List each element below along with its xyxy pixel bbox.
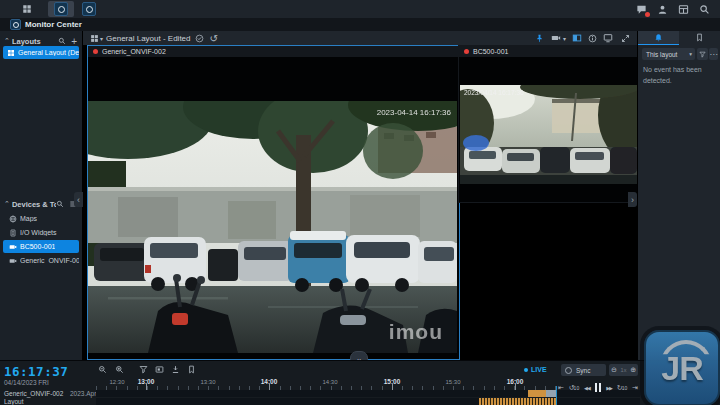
tab-notifications[interactable] <box>638 31 679 45</box>
recording-segment <box>479 398 556 405</box>
bell-icon <box>654 33 663 42</box>
forward-10s-icon[interactable]: ↻10 <box>617 384 627 392</box>
widgets-panel-icon[interactable] <box>678 4 689 15</box>
pin-icon[interactable] <box>535 34 544 43</box>
collapse-up-icon[interactable]: ⌃ <box>4 37 10 45</box>
user-icon[interactable] <box>657 4 668 15</box>
timeline-month: 2023.Apr <box>70 390 96 397</box>
devices-search-icon[interactable] <box>56 200 64 208</box>
devices-section-header[interactable]: ⌃ Devices & Tools <box>0 198 82 210</box>
zoom-in-icon[interactable] <box>115 365 124 374</box>
jr-logo-watermark: JR <box>644 330 720 405</box>
right-panel-collapse-handle[interactable]: › <box>628 192 637 207</box>
video-osd-timestamp: 2023-04-14 16:17:36 <box>377 108 452 117</box>
live-indicator[interactable]: LIVE <box>524 366 547 373</box>
video-osd-timestamp: 2023/04/14 16:17:36 <box>464 89 524 96</box>
chat-icon[interactable] <box>636 4 647 15</box>
skip-to-end-icon[interactable]: ⇥ <box>632 384 638 392</box>
video-tile-generic-onvif[interactable]: Generic_ONVIF-002 <box>87 45 460 360</box>
io-widget-icon <box>9 229 17 237</box>
zoom-out-icon[interactable] <box>98 365 107 374</box>
ellipsis-icon: ⋯ <box>710 50 718 59</box>
device-item-label: BC500-001 <box>20 243 55 250</box>
transport-controls: ⇤ ↺10 ◀◀ ▶▶ ↻10 ⇥ <box>558 383 638 392</box>
search-icon[interactable] <box>699 4 710 15</box>
speed-up-icon[interactable]: ⊕ <box>630 366 636 374</box>
chevron-down-icon[interactable]: ▾ <box>100 35 103 42</box>
recording-segment <box>528 390 546 397</box>
chevron-down-icon: ▾ <box>689 51 692 57</box>
recording-dot-icon <box>464 49 469 54</box>
playhead[interactable] <box>556 386 557 405</box>
camera-select-icon[interactable] <box>551 33 561 43</box>
bookmark-icon <box>695 33 704 42</box>
recording-dot-icon <box>93 49 98 54</box>
collapse-up-icon[interactable]: ⌃ <box>4 200 10 208</box>
camera-icon <box>9 243 17 251</box>
video-tile-bc500[interactable]: BC500-001 <box>458 45 639 203</box>
sync-radio-icon <box>565 367 572 374</box>
app-tab-monitor-center[interactable] <box>48 1 74 17</box>
layout-selector-icon[interactable] <box>90 34 99 43</box>
tile-camera-name: Generic_ONVIF-002 <box>102 48 166 55</box>
undo-icon[interactable]: ↺ <box>210 33 218 44</box>
funnel-icon <box>699 51 706 58</box>
timeline-filter-icon[interactable] <box>139 365 148 374</box>
device-item-label: Maps <box>20 215 37 222</box>
rewind-10s-icon[interactable]: ↺10 <box>569 384 579 392</box>
tick-label: 15:30 <box>445 379 460 385</box>
add-layout-icon[interactable]: + <box>71 36 77 47</box>
sync-label: Sync <box>576 367 590 374</box>
tile-header: BC500-001 <box>459 46 638 57</box>
sync-toggle[interactable]: Sync <box>561 364 606 376</box>
monitor-center-app-icon <box>54 2 68 16</box>
prev-frame-icon[interactable]: ◀◀ <box>584 385 590 391</box>
timeline-row-label: Layout <box>4 398 24 405</box>
next-frame-icon[interactable]: ▶▶ <box>606 385 612 391</box>
chevron-down-icon[interactable]: ▾ <box>563 35 566 42</box>
timeline-row-label: Generic_ONVIF-002 <box>4 390 63 397</box>
app-tab-camera[interactable] <box>76 1 102 17</box>
sidebar-collapse-handle[interactable]: ‹ <box>74 192 83 207</box>
tab-bookmarks[interactable] <box>679 31 720 44</box>
alert-panel-toggle-icon[interactable] <box>572 33 582 43</box>
fullscreen-icon[interactable] <box>621 34 630 43</box>
recording-track-layout[interactable] <box>96 398 640 405</box>
speed-control[interactable]: ⊖ 1x ⊕ <box>609 364 638 376</box>
sidebar-item-maps[interactable]: Maps <box>3 212 79 225</box>
event-filter-button[interactable] <box>697 48 708 60</box>
save-check-icon[interactable] <box>195 34 204 43</box>
info-icon[interactable] <box>588 34 597 43</box>
app-title: Monitor Center <box>25 20 82 29</box>
layouts-search-icon[interactable] <box>58 37 66 45</box>
tick-label: 14:30 <box>322 379 337 385</box>
snapshot-icon[interactable] <box>155 365 164 374</box>
download-icon[interactable] <box>171 365 180 374</box>
event-more-button[interactable]: ⋯ <box>709 48 718 60</box>
display-icon[interactable] <box>603 33 613 43</box>
sidebar-item-generic-onvif[interactable]: Generic_ONVIF-002 <box>3 254 79 267</box>
applications-grid-icon[interactable] <box>22 4 32 14</box>
events-empty-message: No event has been detected. <box>643 65 717 86</box>
sidebar-item-io-widgets[interactable]: I/O Widgets <box>3 226 79 239</box>
event-filter-dropdown[interactable]: This layout ▾ <box>642 48 695 60</box>
sidebar-item-bc500[interactable]: BC500-001 <box>3 240 79 253</box>
globe-icon <box>9 215 17 223</box>
tile-camera-name: BC500-001 <box>473 48 508 55</box>
devices-title: Devices & Tools <box>12 200 56 209</box>
events-panel: This layout ▾ ⋯ No event has been detect… <box>637 31 720 360</box>
camera-app-icon <box>82 2 96 16</box>
taskbar <box>0 0 720 19</box>
layouts-title: Layouts <box>12 37 58 46</box>
tick-label: 12:30 <box>109 379 124 385</box>
sidebar-item-general-layout[interactable]: General Layout (Defa <box>3 46 79 59</box>
live-dot-icon <box>524 368 528 372</box>
device-item-label: I/O Widgets <box>20 229 57 236</box>
add-bookmark-icon[interactable] <box>187 365 196 374</box>
skip-to-start-icon[interactable]: ⇤ <box>558 384 564 392</box>
layout-grid-icon <box>7 49 15 57</box>
sidebar: ⌃ Layouts + General Layout (Defa ⌃ Devic… <box>0 31 83 360</box>
speed-down-icon[interactable]: ⊖ <box>611 366 617 374</box>
pause-icon[interactable] <box>595 383 602 392</box>
camera-icon <box>9 257 17 265</box>
